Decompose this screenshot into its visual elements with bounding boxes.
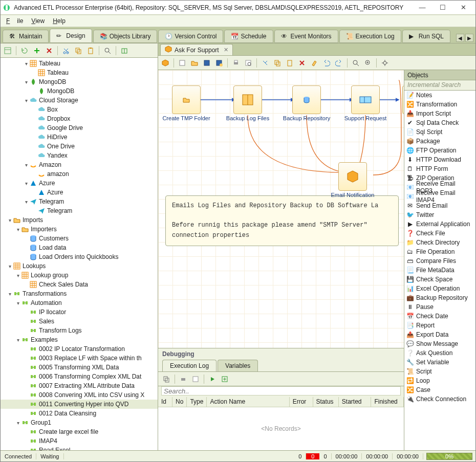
tree-node[interactable]: 0007 Extracting XML Attribute Data (1, 381, 158, 390)
palette-item[interactable]: 🗃Compare Files (404, 256, 475, 266)
maintab-design[interactable]: ✏Design (50, 29, 92, 43)
grid-column-header[interactable]: Started (339, 397, 372, 407)
palette-item[interactable]: 📥Import Script (404, 109, 475, 118)
palette-item[interactable]: 📄Sql Script (404, 127, 475, 137)
tree-twisty[interactable]: ▾ (23, 162, 29, 168)
flow-node[interactable]: Create TMP Folder (163, 85, 209, 121)
cut-icon[interactable] (61, 46, 71, 56)
tree-node[interactable]: Google Drive (1, 123, 158, 133)
palette-item[interactable]: ▶External Application (404, 219, 475, 229)
tree-twisty[interactable]: ▾ (23, 199, 29, 205)
palette-item[interactable]: 📝Notes (404, 91, 475, 100)
flow-node[interactable]: Support Request (342, 85, 388, 121)
tree-node[interactable]: ▾Imports (1, 215, 158, 225)
palette-item[interactable]: 📁Check Directory (404, 238, 475, 247)
palette-item[interactable]: 📦Package (404, 137, 475, 146)
maintab-version-control[interactable]: 🕑Version Control (158, 30, 223, 43)
tree-twisty[interactable]: ▾ (15, 227, 21, 232)
tree-node[interactable]: Dropbox (1, 114, 158, 123)
maintab-run-sql[interactable]: ▶Run SQL (402, 30, 450, 43)
flow-canvas[interactable]: Emails Log Files and Repository Backup t… (158, 70, 404, 348)
palette-item[interactable]: 🐦Twitter (404, 210, 475, 219)
tree-node[interactable]: Sales (1, 317, 158, 326)
palette-item[interactable]: 💼Backup Repository (404, 293, 475, 302)
grid-column-header[interactable]: Error (290, 397, 313, 407)
flow-node[interactable]: D (394, 85, 404, 121)
zoom-icon[interactable] (363, 58, 373, 68)
minimize-button[interactable]: — (412, 2, 432, 14)
tree-node[interactable]: Load Orders into Quickbooks (1, 252, 158, 261)
flow-node[interactable]: Email Notification (330, 162, 376, 198)
tree-node[interactable]: ▾Examples (1, 335, 158, 344)
print-icon[interactable] (231, 58, 241, 68)
maximize-button[interactable]: ☐ (432, 2, 453, 14)
undo-icon[interactable] (321, 58, 332, 68)
tree-node[interactable]: ▾Importers (1, 225, 158, 234)
palette-item[interactable]: 🗒HTTP Form (404, 164, 475, 173)
tree-node[interactable]: IP llocator (1, 307, 158, 317)
paste-icon[interactable] (85, 46, 96, 56)
maintab-event-monitors[interactable]: 👁Event Monitors (274, 30, 338, 43)
debug-run-icon[interactable] (207, 374, 218, 384)
maintab-objects-library[interactable]: 📚Objects Library (93, 30, 158, 43)
tree-twisty[interactable]: ▾ (7, 263, 13, 269)
tree-node[interactable]: 0006 Transforming Complex XML Dat (1, 372, 158, 381)
add-icon[interactable] (32, 46, 42, 56)
tree-node[interactable]: ▾Lookups (1, 261, 158, 271)
maintab-maintain[interactable]: 🛠Maintain (3, 30, 49, 43)
menu-file[interactable]: File (3, 16, 27, 26)
flow-node[interactable]: Backup Repository (284, 85, 330, 121)
tree-twisty[interactable]: ▾ (23, 181, 29, 186)
palette-item[interactable]: ⬇HTTP Download (404, 155, 475, 164)
tree-node[interactable]: HiDrive (1, 133, 158, 142)
tree-node[interactable]: 0002 IP Locator Transformation (1, 344, 158, 354)
close-button[interactable]: ✕ (453, 2, 473, 14)
palette-item[interactable]: 📃File MetaData (404, 266, 475, 275)
tabstrip-scroll-right[interactable]: ▶ (465, 34, 473, 42)
tree-twisty[interactable]: ▾ (23, 61, 29, 67)
find2-icon[interactable] (351, 58, 361, 68)
delete-icon[interactable] (44, 46, 54, 56)
new-icon[interactable] (177, 58, 187, 68)
palette-item[interactable]: 🔌Check Connection (404, 394, 475, 404)
debug-preview-icon[interactable] (190, 374, 201, 384)
design-tree[interactable]: ▾TableauTableau▾MongoDBMongoDB▾Cloud Sto… (1, 58, 158, 450)
palette-item[interactable]: 📜Script (404, 367, 475, 376)
palette-item[interactable]: 🔀Case (404, 385, 475, 394)
redo-icon[interactable] (334, 58, 344, 68)
maintab-schedule[interactable]: 📆Schedule (224, 30, 273, 43)
palette-item[interactable]: 📧Receive Email IMAP4 (404, 192, 475, 201)
settings-icon[interactable] (380, 58, 390, 68)
tree-node[interactable]: Load data (1, 243, 158, 252)
tree-node[interactable]: 0005 Transforming XML Data (1, 363, 158, 372)
saveas-icon[interactable] (214, 58, 224, 68)
debug-print-icon[interactable] (178, 374, 188, 384)
tree-node[interactable]: ▾Tableau (1, 59, 158, 68)
tree-node[interactable]: ▾MongoDB (1, 77, 158, 86)
save-icon[interactable] (202, 58, 212, 68)
debug-tab[interactable]: Variables (218, 360, 258, 371)
palette-item[interactable]: 🔧Set Variable (404, 358, 475, 367)
document-tab-close[interactable]: ✕ (224, 47, 228, 53)
cut2-icon[interactable] (260, 58, 270, 68)
find-icon[interactable] (102, 46, 113, 56)
tree-node[interactable]: 0008 Convering XML into CSV using X (1, 390, 158, 400)
tree-node[interactable]: ▾Transformations (1, 289, 158, 298)
tree-node[interactable]: Transform Logs (1, 326, 158, 335)
copy-icon[interactable] (73, 46, 83, 56)
tree-twisty[interactable]: ▾ (15, 300, 21, 306)
flow-node[interactable]: Backup Log Files (225, 85, 271, 121)
tree-node[interactable]: Telegram (1, 206, 158, 215)
palette-item[interactable]: 🗂File Operation (404, 247, 475, 256)
tree-node[interactable]: MongoDB (1, 86, 158, 96)
grid-column-header[interactable]: Finished (371, 397, 404, 407)
refresh-icon[interactable] (19, 46, 30, 56)
grid-column-header[interactable]: Id (158, 397, 172, 407)
tree-twisty[interactable]: ▾ (7, 217, 13, 223)
paste2-icon[interactable] (285, 58, 295, 68)
preview-icon[interactable] (243, 58, 253, 68)
clean-icon[interactable] (309, 58, 319, 68)
tree-node[interactable]: Check Sales Data (1, 280, 158, 289)
palette-item[interactable]: 📅Check Date (404, 312, 475, 321)
tree-node[interactable]: One Drive (1, 142, 158, 151)
